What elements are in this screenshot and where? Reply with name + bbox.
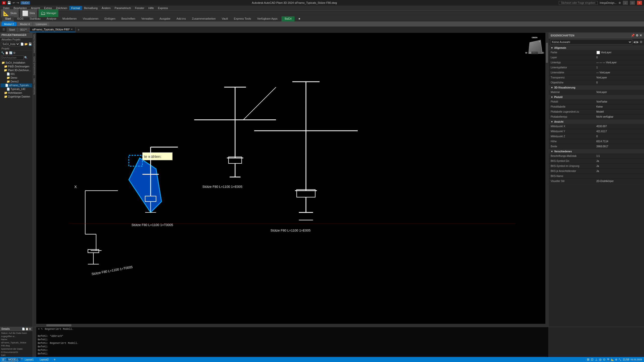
props-val-massstab[interactable]: 1:1 [596, 155, 642, 157]
proj-icon-open[interactable]: 📂 [24, 42, 28, 46]
tab-sucri[interactable]: SuCri [281, 16, 295, 21]
vert-label-iso[interactable]: Isometrische DWG [33, 33, 36, 55]
viewport-nav[interactable]: OBEN VORNE S W WAS 5 O [523, 35, 546, 59]
status-icon-3[interactable]: ⚙ [615, 358, 617, 361]
tree-item[interactable]: 📁P&ID-Zeichnungen [1, 65, 32, 68]
menu-format[interactable]: Format [69, 6, 82, 10]
horizontal-scrollbar[interactable] [36, 324, 548, 327]
props-val-plottabelle-zu[interactable]: Modell [596, 110, 642, 113]
props-section-verschiedenes-header[interactable]: ▼ Verschiedenes [549, 149, 644, 154]
v-scroll-thumb[interactable] [546, 43, 548, 63]
status-layout1-btn[interactable]: Layout1 [23, 358, 36, 361]
status-osnap-icon[interactable]: ⊙ [603, 358, 606, 361]
tab-extra[interactable]: ■ [296, 16, 303, 21]
status-menu-icon[interactable]: ☰ [2, 358, 4, 361]
props-val-linientyp[interactable]: — — — VonLayer [596, 61, 642, 64]
tab-start[interactable]: Start [2, 16, 14, 21]
proj-tool-3[interactable]: 🔄 [9, 51, 13, 55]
details-icon-2[interactable]: 📋 [25, 328, 28, 330]
tab-beschriften[interactable]: Beschriften [118, 16, 138, 21]
props-val-mx[interactable]: 4530.007 [596, 125, 642, 128]
props-val-bks-ansicht[interactable]: Ja [596, 170, 642, 172]
props-val-material[interactable]: VonLayer [596, 91, 642, 94]
props-icon-2[interactable]: ⚙ [636, 34, 638, 37]
tab-modellieren[interactable]: Modellieren [59, 16, 80, 21]
proj-tool-4[interactable]: ⚙ [13, 51, 16, 55]
module-tab-2[interactable]: Modul 2 [2, 22, 16, 26]
canvas-area[interactable]: Stütze F80 L=1100 1=T0005 X te wählen: [36, 33, 548, 327]
menu-fenster[interactable]: Fenster [133, 6, 146, 10]
project-dropdown[interactable]: SuCri_Installation [1, 42, 20, 46]
settings-icon[interactable]: ⚙ [619, 2, 621, 4]
tree-item[interactable]: 📁Rohrklassen [1, 91, 32, 95]
props-val-visuell[interactable]: 2D-Drahtkörper [596, 180, 642, 183]
module-tab-lizenzen[interactable]: Lizenzen [33, 22, 49, 26]
tab-vault[interactable]: Vault [219, 16, 231, 21]
search-icon[interactable]: 🔍 [24, 56, 28, 59]
menu-andern[interactable]: Ändern [100, 6, 112, 10]
props-val-linientypfaktor[interactable]: 1 [596, 66, 642, 69]
props-sel-icon-3[interactable]: ⚙ [640, 40, 642, 44]
props-section-ansicht-header[interactable]: ▼ Ansicht [549, 120, 644, 124]
props-sel-icon-2[interactable]: ▶ [636, 40, 639, 44]
quick-redo-icon[interactable]: ↪ [17, 1, 19, 5]
quick-undo-icon[interactable]: ↩ [13, 1, 15, 5]
viewcube[interactable]: OBEN VORNE S W WAS 5 O [523, 35, 546, 55]
menu-bemassung[interactable]: Bemaßung [82, 6, 100, 10]
props-val-mz[interactable]: 0 [596, 135, 642, 138]
props-section-plotstil-header[interactable]: ▼ Plotstil [549, 95, 644, 99]
details-icon-1[interactable]: 📄 [22, 328, 25, 330]
tab-verwalten[interactable]: Verwalten [138, 16, 156, 21]
status-icon-2[interactable]: 📐 [611, 358, 614, 361]
console-pencil-icon[interactable]: ✎ [41, 328, 43, 330]
props-val-farbe[interactable]: VonLayer [596, 51, 642, 54]
status-grid-icon[interactable]: ⊞ [587, 358, 589, 361]
status-layout2-btn[interactable]: Layout2 [38, 358, 51, 361]
props-val-layer[interactable]: 0 [596, 56, 642, 59]
props-val-transparenz[interactable]: VonLayer [596, 76, 642, 79]
ribbon-btn-manager[interactable]: 🗂 Manager [38, 9, 58, 17]
status-model-btn[interactable]: MODELL [6, 358, 21, 361]
tab-add-ins[interactable]: Add-ins [173, 16, 189, 21]
menu-parametrisch[interactable]: Parametrisch [113, 6, 133, 10]
tree-item[interactable]: 📁Demo2 [1, 80, 32, 83]
search-box[interactable]: Stichwort oder Frage eingeben [559, 1, 598, 5]
tab-stahlbau[interactable]: Stahlbau [27, 16, 44, 21]
props-icon-1[interactable]: 📌 [631, 34, 635, 37]
search-input[interactable] [1, 56, 24, 60]
menu-express[interactable]: Express [156, 6, 170, 10]
doc-tab-main[interactable]: siFramo_Typicals_Stütze F80* ✕ [30, 27, 75, 32]
proj-tool-2[interactable]: 📋 [5, 51, 9, 55]
h-scroll-thumb[interactable] [46, 324, 71, 326]
vertical-scrollbar[interactable] [545, 33, 548, 327]
vert-label-norm[interactable]: Normativn DWG [33, 77, 36, 96]
props-val-my[interactable]: 421.6117 [596, 130, 642, 133]
console-close-icon[interactable]: ✕ [38, 328, 40, 330]
tree-item[interactable]: 📄001 [1, 72, 32, 76]
proj-tool-1[interactable]: 🔧 [1, 51, 5, 55]
tree-item[interactable]: 📁Demo [1, 76, 32, 80]
proj-icon-save[interactable]: 💾 [28, 42, 32, 46]
status-polar-icon[interactable]: ◎ [599, 358, 601, 361]
props-val-plotstil[interactable]: VonFarbe [596, 100, 642, 103]
props-val-bks-ein[interactable]: Ja [596, 160, 642, 162]
details-icon-3[interactable]: ⊞ [29, 328, 31, 330]
doc-tab-close-icon[interactable]: ✕ [71, 28, 73, 31]
tree-item[interactable]: 📄siFramo_Typicals_Stütze F8 [1, 83, 32, 87]
tab-verfugbare-apps[interactable]: Verfügbare Apps [254, 16, 280, 21]
tab-ausgabe[interactable]: Ausgabe [156, 16, 173, 21]
props-section-3d-header[interactable]: ▼ 3D-Visualisierung [549, 85, 644, 90]
tab-analyse[interactable]: Analyse [44, 16, 59, 21]
status-snap-icon[interactable]: ⊡ [591, 358, 593, 361]
maximize-btn[interactable]: □ [630, 1, 635, 5]
minimize-btn[interactable]: – [623, 1, 628, 5]
tab-einfugen[interactable]: Einfügen [101, 16, 118, 21]
doc-tab-001[interactable]: 001** [18, 27, 30, 32]
status-ortho-icon[interactable]: ⊥ [595, 358, 597, 361]
close-btn[interactable]: ✕ [637, 1, 642, 5]
tree-item[interactable]: 📁Plant 3D-Zeichnungen [1, 68, 32, 72]
tab-visualisieren[interactable]: Visualisieren [80, 16, 101, 21]
status-icon-1[interactable]: 🔍 [607, 358, 610, 361]
props-val-hohe[interactable]: 6514.7114 [596, 140, 642, 143]
menu-hilfe[interactable]: Hilfe [146, 6, 156, 10]
